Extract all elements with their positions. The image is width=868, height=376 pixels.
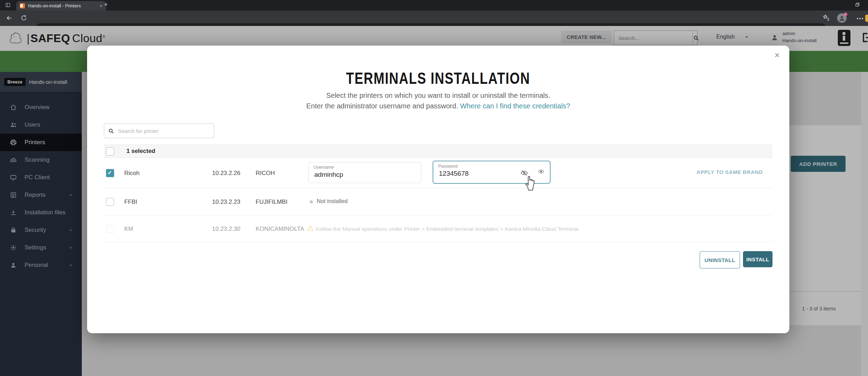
selected-count: 1 selected (126, 148, 155, 155)
browser-tab-bar: Hands-on-install - Printers × + (0, 0, 868, 11)
printers-table: 1 selected Ricoh 10.23.2.26 RICOH Userna… (104, 145, 772, 242)
extension-icon[interactable] (865, 15, 868, 22)
modal-subtitle-1: Select the printers on which you want to… (87, 92, 789, 100)
printer-search (104, 123, 214, 138)
restore-window-icon[interactable] (855, 2, 860, 9)
warning-icon (307, 225, 314, 233)
table-header-row: 1 selected (104, 145, 772, 158)
printer-brand: FUJIFILMBI (256, 199, 288, 206)
terminals-installation-modal: × TERMINALS INSTALLATION Select the prin… (87, 46, 789, 333)
printer-ip: 10.23.2.26 (212, 170, 240, 177)
tab-title: Hands-on-install - Printers (28, 3, 96, 8)
new-tab-icon[interactable]: + (104, 1, 108, 8)
close-icon[interactable]: × (771, 49, 783, 61)
table-row-km: KM 10.23.2.30 KONICAMINOLTA Follow the M… (104, 215, 772, 242)
status-label: Not installed (317, 198, 348, 204)
browser-toolbar: https://hands-on-install.eutest.eophcp.c… (0, 11, 868, 26)
show-password-icon[interactable] (538, 168, 544, 176)
screen: Hands-on-install - Printers × + https://… (0, 0, 868, 376)
select-all-checkbox[interactable] (106, 147, 114, 155)
safeq-favicon-icon (20, 3, 25, 8)
mouse-cursor (522, 173, 538, 193)
collections-icon[interactable] (822, 14, 830, 23)
table-row-ricoh: Ricoh 10.23.2.26 RICOH Username Password (104, 158, 772, 188)
printer-name: Ricoh (124, 170, 139, 177)
username-label: Username (314, 165, 421, 170)
modal-title: TERMINALS INSTALLATION (346, 69, 530, 88)
back-icon[interactable] (6, 14, 13, 23)
printer-search-input[interactable] (117, 128, 210, 134)
install-button[interactable]: INSTALL (743, 251, 772, 267)
printer-ip: 10.23.2.30 (212, 226, 240, 233)
username-input[interactable] (314, 170, 399, 179)
printer-name: KM (124, 226, 133, 233)
password-input[interactable] (438, 169, 527, 178)
row-checkbox[interactable] (106, 169, 114, 177)
table-row-ffbi: FFBI 10.23.2.23 FUJIFILMBI Not installed (104, 188, 772, 215)
apply-to-same-brand-link[interactable]: APPLY TO SAME BRAND (697, 169, 763, 175)
manual-note: Follow the Manual operations under Print… (316, 226, 580, 232)
row-checkbox[interactable] (106, 198, 114, 206)
uninstall-button[interactable]: UNINSTALL (699, 251, 740, 269)
modal-subtitle-2: Enter the administrator username and pas… (87, 102, 789, 110)
printer-ip: 10.23.2.23 (212, 199, 240, 206)
password-label: Password (438, 164, 550, 169)
username-field: Username (308, 162, 421, 183)
credentials-link[interactable]: Where can I find these credentials? (460, 102, 570, 110)
printer-brand: KONICAMINOLTA (256, 226, 304, 233)
printer-brand: RICOH (256, 170, 275, 177)
status-dot (310, 200, 313, 203)
browser-tab[interactable]: Hands-on-install - Printers × (16, 1, 106, 11)
refresh-icon[interactable] (20, 14, 27, 23)
vertical-tabs-icon[interactable] (5, 2, 11, 9)
browser-menu-icon[interactable] (857, 18, 858, 19)
search-icon (108, 128, 114, 134)
printer-name: FFBI (124, 199, 137, 206)
profile-avatar[interactable] (837, 13, 847, 23)
close-tab-icon[interactable]: × (99, 3, 103, 8)
row-checkbox-disabled (106, 225, 114, 233)
